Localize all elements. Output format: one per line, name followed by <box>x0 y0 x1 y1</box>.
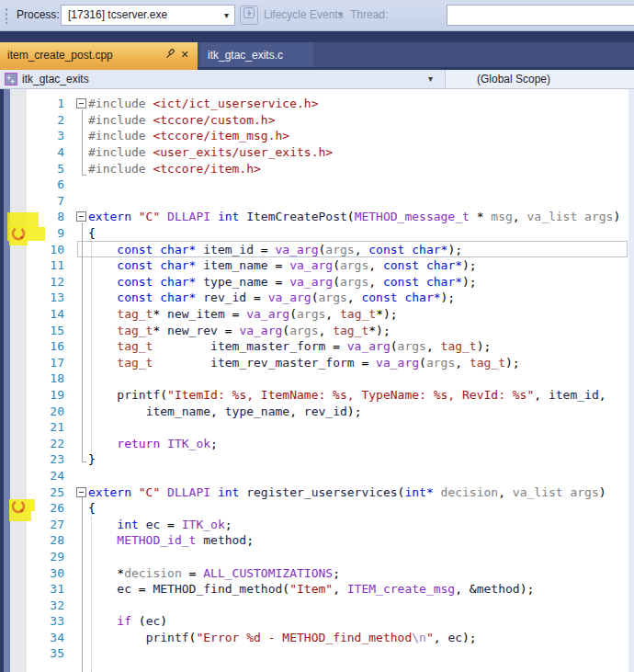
fold-margin[interactable] <box>64 403 88 419</box>
code-line[interactable]: 21 <box>0 419 628 436</box>
code-line[interactable]: 30 *decision = ALL_CUSTOMIZATIONS; <box>0 564 628 581</box>
code-line[interactable]: 7 <box>0 193 628 210</box>
fold-margin[interactable] <box>64 355 88 371</box>
fold-margin[interactable] <box>64 370 88 387</box>
chevron-down-icon[interactable]: ▾ <box>224 6 229 25</box>
lifecycle-events-icon-button[interactable] <box>240 6 258 25</box>
collapse-icon[interactable] <box>76 98 86 108</box>
fold-margin[interactable] <box>64 500 88 517</box>
fold-margin[interactable] <box>64 597 88 613</box>
code-text: extern "C" DLLAPI int register_userservi… <box>88 485 606 499</box>
fold-margin[interactable] <box>64 193 88 210</box>
fold-margin[interactable] <box>64 516 88 532</box>
code-line[interactable]: 20 item_name, type_name, rev_id); <box>0 403 628 419</box>
tab-itk-gtac-exits[interactable]: itk_gtac_exits.c <box>200 42 313 67</box>
code-line[interactable]: 8extern "C" DLLAPI int ItemCreatePost(ME… <box>0 209 628 225</box>
lifecycle-events-label[interactable]: Lifecycle Events <box>264 8 344 21</box>
fold-margin[interactable] <box>64 419 88 436</box>
fold-margin[interactable] <box>64 128 88 144</box>
fold-margin[interactable] <box>64 144 88 161</box>
scope-dropdown[interactable]: ++ itk_gtac_exits ▾ <box>0 70 444 88</box>
fold-margin[interactable] <box>64 306 88 323</box>
code-line[interactable]: 15 tag_t* new_rev = va_arg(args, tag_t*)… <box>0 322 628 338</box>
fold-margin[interactable] <box>64 177 88 193</box>
fold-margin[interactable] <box>64 209 88 225</box>
fold-margin[interactable] <box>64 112 88 129</box>
close-icon[interactable]: ✕ <box>177 49 192 61</box>
code-line[interactable]: 27 int ec = ITK_ok; <box>0 516 628 532</box>
code-line[interactable]: 11 const char* item_name = va_arg(args, … <box>0 257 628 274</box>
chevron-down-icon[interactable]: ▾ <box>428 74 433 84</box>
code-line[interactable]: 18 <box>0 370 628 387</box>
fold-margin[interactable] <box>64 451 88 468</box>
code-line[interactable]: 4#include <user_exits/user_exits.h> <box>0 144 628 161</box>
fold-margin[interactable] <box>64 435 88 451</box>
code-editor[interactable]: 1#include <ict/ict_userservice.h>2#inclu… <box>0 89 634 672</box>
code-line[interactable]: 13 const char* rev_id = va_arg(args, con… <box>0 290 628 306</box>
line-number: 10 <box>0 243 64 256</box>
code-line[interactable]: 3#include <tccore/item_msg.h> <box>0 128 628 144</box>
fold-margin[interactable] <box>64 387 88 404</box>
fold-margin[interactable] <box>64 241 88 257</box>
code-line[interactable]: 6 <box>0 177 628 193</box>
collapse-icon[interactable] <box>76 487 86 497</box>
fold-margin[interactable] <box>64 630 88 646</box>
line-number: 26 <box>0 501 64 515</box>
code-line[interactable]: 19 printf("ItemId: %s, ItemName: %s, Typ… <box>0 387 628 404</box>
code-line[interactable]: 9{ <box>0 225 628 242</box>
fold-margin[interactable] <box>64 484 88 500</box>
fold-margin[interactable] <box>64 225 88 242</box>
line-number: 16 <box>0 339 64 353</box>
code-line[interactable]: 31 ec = METHOD_find_method("Item", ITEM_… <box>0 581 628 598</box>
fold-margin[interactable] <box>64 613 88 630</box>
collapse-icon[interactable] <box>76 211 86 222</box>
code-line[interactable]: 1#include <ict/ict_userservice.h> <box>0 96 628 112</box>
code-line[interactable]: 26{ <box>0 500 628 517</box>
code-text: #include <tccore/item_msg.h> <box>88 129 289 142</box>
code-line[interactable]: 24 <box>0 468 628 484</box>
fold-margin[interactable] <box>64 532 88 549</box>
code-line[interactable]: 29 <box>0 549 628 565</box>
line-number: 3 <box>0 129 64 142</box>
code-line[interactable]: 28 METHOD_id_t method; <box>0 532 628 549</box>
chevron-down-icon[interactable]: ▾ <box>338 9 343 19</box>
code-line[interactable]: 23} <box>0 451 628 468</box>
fold-margin[interactable] <box>64 468 88 484</box>
fold-margin[interactable] <box>64 338 88 355</box>
code-line[interactable]: 12 const char* type_name = va_arg(args, … <box>0 274 628 290</box>
pin-icon[interactable] <box>163 49 177 61</box>
code-line[interactable]: 33 if (ec) <box>0 613 628 630</box>
code-line[interactable]: 2#include <tccore/custom.h> <box>0 112 628 129</box>
fold-margin[interactable] <box>64 581 88 598</box>
fold-margin[interactable] <box>64 274 88 290</box>
member-dropdown[interactable]: (Global Scope) <box>445 70 634 88</box>
code-line[interactable]: 14 tag_t* new_item = va_arg(args, tag_t*… <box>0 306 628 323</box>
fold-margin[interactable] <box>64 290 88 306</box>
code-text: { <box>88 501 96 515</box>
code-lines[interactable]: 1#include <ict/ict_userservice.h>2#inclu… <box>0 96 628 662</box>
code-line[interactable]: 5#include <tccore/item.h> <box>0 160 628 177</box>
code-line[interactable]: 10 const char* item_id = va_arg(args, co… <box>0 241 628 257</box>
process-combobox[interactable]: [17316] tcserver.exe ▾ <box>61 5 235 26</box>
code-line[interactable]: 34 printf("Error %d - METHOD_find_method… <box>0 630 628 646</box>
fold-margin[interactable] <box>64 96 88 112</box>
fold-margin[interactable] <box>64 564 88 581</box>
code-line[interactable]: 25extern "C" DLLAPI int register_userser… <box>0 484 628 500</box>
code-line[interactable]: 35 <box>0 645 628 662</box>
code-line[interactable]: 16 tag_t item_master_form = va_arg(args,… <box>0 338 628 355</box>
code-line[interactable]: 22 return ITK_ok; <box>0 435 628 451</box>
fold-margin[interactable] <box>64 549 88 565</box>
thread-combobox[interactable] <box>447 5 634 26</box>
toolbar-grip-icon[interactable] <box>5 7 8 24</box>
vertical-scrollbar[interactable] <box>628 89 634 672</box>
code-line[interactable]: 17 tag_t item_rev_master_form = va_arg(a… <box>0 355 628 371</box>
tab-item-create-post[interactable]: item_create_post.cpp ✕ <box>0 42 198 70</box>
fold-margin[interactable] <box>64 257 88 274</box>
code-text: *decision = ALL_CUSTOMIZATIONS; <box>88 566 340 580</box>
code-line[interactable]: 32 <box>0 597 628 613</box>
document-tab-strip: item_create_post.cpp ✕ itk_gtac_exits.c <box>0 42 634 70</box>
line-number: 7 <box>0 194 64 208</box>
fold-margin[interactable] <box>64 160 88 177</box>
fold-margin[interactable] <box>64 322 88 338</box>
fold-margin[interactable] <box>64 645 88 662</box>
